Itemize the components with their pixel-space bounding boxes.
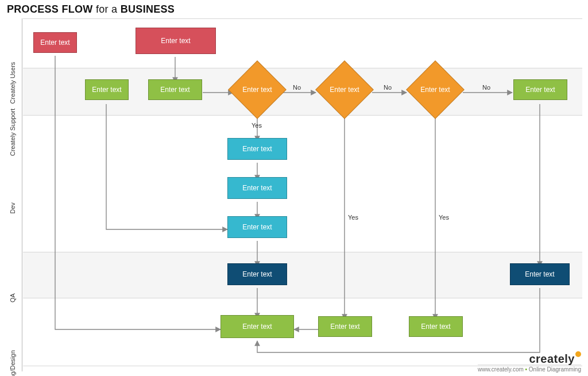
lane-creately-support: Creately Support	[9, 109, 16, 156]
creately-logo: creately	[478, 352, 581, 366]
node-u1[interactable]: Enter text	[33, 32, 77, 53]
lane-creately-users: Creately Users	[9, 62, 16, 104]
node-m3[interactable]: Enter text	[409, 316, 463, 337]
node-qa1[interactable]: Enter text	[227, 263, 287, 285]
flow-canvas: Enter text Enter text Enter text Enter t…	[23, 18, 582, 371]
node-m1[interactable]: Enter text	[220, 315, 294, 338]
node-dev3[interactable]: Enter text	[227, 216, 287, 238]
label-d3-no: No	[482, 84, 490, 91]
node-d1[interactable]: Enter text	[229, 61, 286, 118]
footer-branding: creately www.creately.com • Online Diagr…	[478, 352, 581, 373]
node-d3[interactable]: Enter text	[407, 61, 464, 118]
page-title: PROCESS FLOW for a BUSINESS	[7, 3, 175, 16]
connectors	[23, 18, 582, 371]
label-d2-yes: Yes	[348, 214, 358, 221]
label-d1-no: No	[293, 84, 301, 91]
label-d2-no: No	[384, 84, 392, 91]
lane-qa: QA	[9, 293, 16, 302]
node-s2[interactable]: Enter text	[148, 79, 202, 100]
lane-marketing-design: Marketing/Design	[9, 350, 16, 376]
label-d1-yes: Yes	[252, 122, 262, 129]
node-dev2[interactable]: Enter text	[227, 177, 287, 199]
swimlane-labels: Creately Users Creately Support Dev QA M…	[5, 18, 22, 371]
footer-tagline: www.creately.com • Online Diagramming	[478, 365, 581, 373]
node-s3[interactable]: Enter text	[513, 79, 567, 100]
lightbulb-icon	[575, 351, 581, 357]
node-dev1[interactable]: Enter text	[227, 138, 287, 160]
node-m2[interactable]: Enter text	[318, 316, 372, 337]
node-s1[interactable]: Enter text	[85, 79, 129, 100]
node-qa2[interactable]: Enter text	[510, 263, 570, 285]
lane-dev: Dev	[9, 202, 16, 214]
label-d3-yes: Yes	[439, 214, 449, 221]
node-d2[interactable]: Enter text	[316, 61, 373, 118]
node-u2[interactable]: Enter text	[136, 28, 216, 54]
